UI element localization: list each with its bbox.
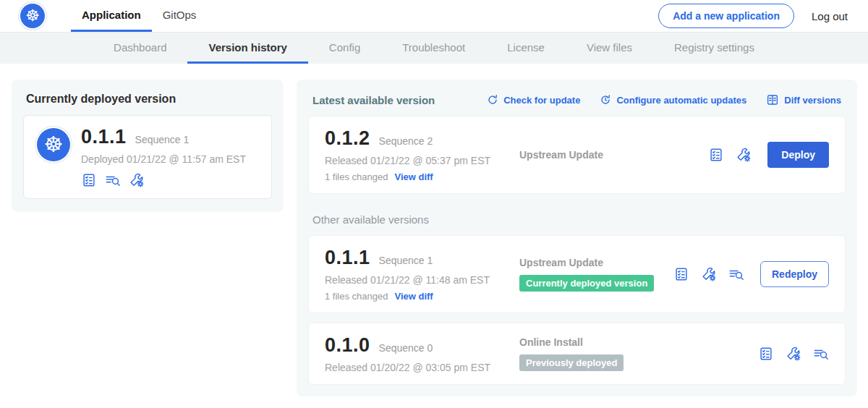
deployed-action-icons: [81, 172, 246, 188]
version-card-latest: 0.1.2 Sequence 2 Released 01/21/22 @ 05:…: [308, 116, 846, 194]
subnav-tab-dashboard[interactable]: Dashboard: [93, 33, 187, 64]
checklist-icon[interactable]: [81, 172, 97, 188]
checklist-icon[interactable]: [673, 266, 689, 282]
app-subnav: Dashboard Version history Config Trouble…: [0, 33, 868, 64]
version-card-actions: Deploy: [708, 142, 829, 168]
kubernetes-logo: ☸: [20, 0, 45, 32]
version-card-info: 0.1.2 Sequence 2 Released 01/21/22 @ 05:…: [325, 127, 510, 182]
wrench-gear-icon[interactable]: [701, 266, 717, 282]
deployed-timestamp: Deployed 01/21/22 @ 11:57 am EST: [81, 153, 246, 165]
tab-gitops[interactable]: GitOps: [152, 0, 208, 32]
top-nav: ☸ Application GitOps Add a new applicati…: [0, 0, 868, 33]
main-content: Currently deployed version ☸ 0.1.1 Seque…: [0, 64, 868, 396]
deployed-version-info: 0.1.1 Sequence 1 Deployed 01/21/22 @ 11:…: [81, 126, 246, 188]
subnav-tab-license[interactable]: License: [486, 33, 566, 64]
subnav-tab-view-files[interactable]: View files: [566, 33, 653, 64]
version-row: 0.1.1 Sequence 1: [81, 126, 246, 148]
version-card-actions: [758, 346, 829, 362]
source-label: Upstream Update: [519, 257, 673, 268]
files-changed-row: 1 files changed View diff: [325, 291, 510, 302]
deployed-version-card: ☸ 0.1.1 Sequence 1 Deployed 01/21/22 @ 1…: [23, 115, 272, 199]
latest-available-label: Latest available version: [312, 94, 435, 106]
version-card-source: Upstream Update Currently deployed versi…: [510, 257, 673, 292]
redeploy-button[interactable]: Redeploy: [760, 261, 829, 287]
previously-deployed-badge: Previously deployed: [519, 354, 624, 371]
version-number: 0.1.1: [81, 126, 127, 148]
version-number: 0.1.0: [325, 334, 370, 357]
files-changed-row: 1 files changed View diff: [325, 171, 510, 182]
source-label: Upstream Update: [519, 149, 708, 161]
diff-icon: [766, 93, 779, 106]
logs-search-icon[interactable]: [105, 172, 121, 188]
version-card-source: Online Install Previously deployed: [510, 336, 758, 371]
clock-refresh-icon: [600, 94, 611, 106]
subnav-tab-version-history[interactable]: Version history: [187, 33, 307, 64]
view-diff-link[interactable]: View diff: [394, 291, 433, 302]
version-history-panel: Latest available version Check for updat…: [297, 80, 857, 396]
diff-versions-link[interactable]: Diff versions: [766, 93, 841, 106]
tab-application[interactable]: Application: [71, 0, 152, 32]
wrench-gear-icon[interactable]: [786, 346, 801, 362]
version-row: 0.1.1 Sequence 1: [325, 247, 510, 269]
version-card-0-1-1: 0.1.1 Sequence 1 Released 01/21/22 @ 11:…: [308, 235, 846, 313]
deploy-button[interactable]: Deploy: [767, 142, 829, 168]
other-available-label: Other available versions: [312, 213, 841, 226]
files-changed-label: 1 files changed: [325, 171, 388, 182]
configure-automatic-updates-link[interactable]: Configure automatic updates: [600, 94, 746, 106]
kubernetes-wheel-icon: ☸: [20, 4, 45, 28]
configure-automatic-updates-label: Configure automatic updates: [616, 95, 746, 106]
logs-search-icon[interactable]: [728, 266, 744, 282]
view-diff-link[interactable]: View diff: [394, 171, 433, 182]
wrench-gear-icon[interactable]: [736, 147, 752, 163]
version-card-0-1-0: 0.1.0 Sequence 0 Released 01/20/22 @ 03:…: [308, 323, 846, 385]
logs-search-icon[interactable]: [813, 346, 829, 362]
sequence-label: Sequence 0: [379, 342, 433, 354]
add-application-button[interactable]: Add a new application: [658, 4, 794, 28]
released-timestamp: Released 01/20/22 @ 03:05 pm EST: [325, 362, 510, 373]
deployed-panel-title: Currently deployed version: [26, 93, 269, 106]
checklist-icon[interactable]: [708, 147, 724, 163]
check-for-update-label: Check for update: [503, 95, 580, 106]
check-for-update-link[interactable]: Check for update: [487, 94, 580, 106]
files-changed-label: 1 files changed: [325, 291, 388, 302]
refresh-icon: [487, 94, 498, 106]
version-number: 0.1.2: [325, 127, 370, 150]
sequence-label: Sequence 1: [135, 134, 190, 145]
currently-deployed-panel: Currently deployed version ☸ 0.1.1 Seque…: [12, 80, 284, 212]
topnav-tabs: Application GitOps: [71, 0, 207, 32]
source-label: Online Install: [519, 336, 758, 348]
version-card-actions: Redeploy: [673, 261, 829, 287]
checklist-icon[interactable]: [758, 346, 774, 362]
version-number: 0.1.1: [325, 247, 370, 269]
versions-panel-header: Latest available version Check for updat…: [308, 90, 846, 106]
subnav-tab-troubleshoot[interactable]: Troubleshoot: [381, 33, 486, 64]
subnav-tab-config[interactable]: Config: [308, 33, 381, 64]
logout-link[interactable]: Log out: [812, 10, 848, 22]
version-row: 0.1.0 Sequence 0: [325, 334, 510, 357]
version-card-source: Upstream Update: [510, 149, 708, 161]
diff-versions-label: Diff versions: [784, 95, 841, 106]
version-card-info: 0.1.1 Sequence 1 Released 01/21/22 @ 11:…: [325, 247, 510, 302]
version-row: 0.1.2 Sequence 2: [325, 127, 510, 150]
panel-actions: Check for update Configure automatic upd…: [487, 93, 841, 106]
sequence-label: Sequence 1: [379, 255, 433, 266]
sequence-label: Sequence 2: [379, 135, 433, 147]
released-timestamp: Released 01/21/22 @ 11:48 am EST: [325, 274, 510, 286]
version-card-info: 0.1.0 Sequence 0 Released 01/20/22 @ 03:…: [325, 334, 510, 373]
wrench-gear-icon[interactable]: [129, 172, 145, 188]
currently-deployed-badge: Currently deployed version: [519, 275, 654, 292]
subnav-tab-registry-settings[interactable]: Registry settings: [653, 33, 775, 64]
released-timestamp: Released 01/21/22 @ 05:37 pm EST: [325, 155, 510, 166]
app-kubernetes-icon: ☸: [37, 128, 70, 161]
topnav-right: Add a new application Log out: [658, 0, 848, 32]
